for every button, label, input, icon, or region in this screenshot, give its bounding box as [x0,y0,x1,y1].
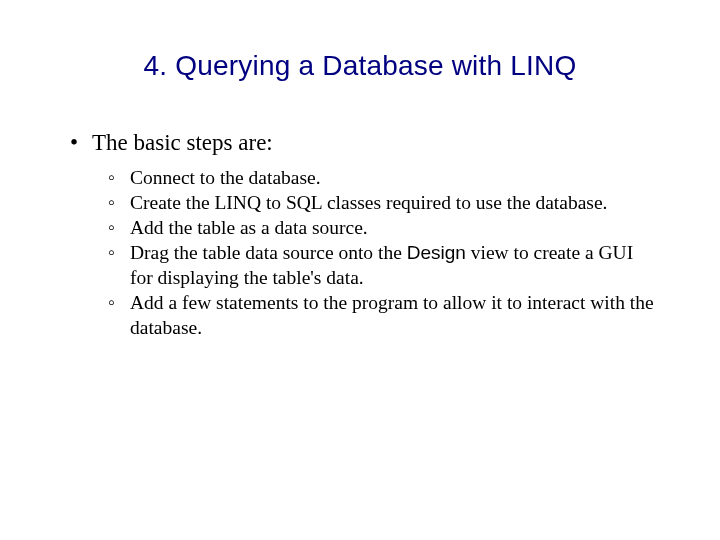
list-item-text-a: Drag the table data source onto the [130,242,407,263]
slide-title: 4. Querying a Database with LINQ [60,50,660,82]
list-item: Drag the table data source onto the Desi… [108,241,660,291]
main-bullet: The basic steps are: [70,130,660,156]
list-item: Add a few statements to the program to a… [108,291,660,341]
sub-bullet-list: Connect to the database. Create the LINQ… [108,166,660,341]
list-item: Create the LINQ to SQL classes required … [108,191,660,216]
design-keyword: Design [407,242,466,263]
list-item: Connect to the database. [108,166,660,191]
list-item: Add the table as a data source. [108,216,660,241]
